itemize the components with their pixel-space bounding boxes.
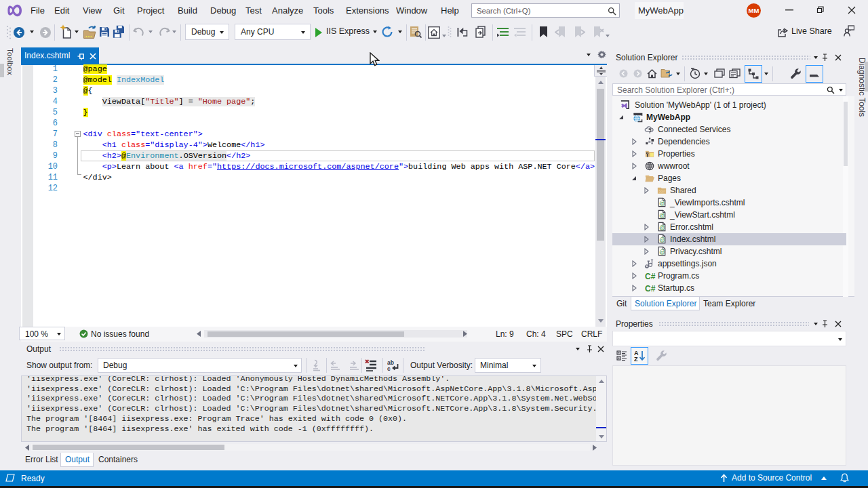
svg-text:Z: Z xyxy=(634,356,638,363)
svg-text:c: c xyxy=(387,365,391,371)
